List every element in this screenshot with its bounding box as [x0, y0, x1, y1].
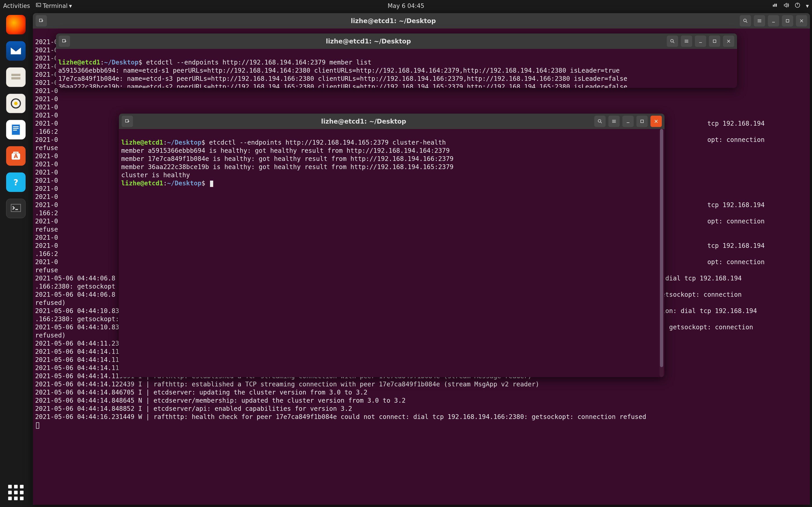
activities-button[interactable]: Activities [3, 2, 30, 9]
terminal-output[interactable]: lizhe@etcd1:~/Desktop$ etcdctl --endpoin… [119, 129, 664, 377]
log-line: 2021-05-06 04:44:16.231449 W | rafthttp:… [35, 413, 646, 420]
titlebar[interactable]: lizhe@etcd1: ~/Desktop [56, 34, 737, 49]
search-button[interactable] [594, 116, 606, 127]
svg-rect-23 [641, 120, 644, 123]
log-line: refuse [35, 226, 58, 233]
log-line: 2021-0 [35, 152, 58, 160]
maximize-button[interactable] [782, 15, 793, 26]
output-line: member 17e7ca849f1b084e is healthy: got … [121, 155, 454, 163]
output-line: 36aa222c38bce19b: name=etcd-s2 peerURLs=… [58, 83, 627, 88]
terminal-output[interactable]: lizhe@etcd1:~/Desktop$ etcdctl --endpoin… [56, 49, 737, 88]
svg-rect-21 [125, 119, 128, 122]
network-icon[interactable] [772, 2, 778, 9]
prompt-path: ~/Desktop [167, 179, 201, 187]
minimize-button[interactable] [768, 15, 779, 26]
log-line: .166:2 [35, 250, 58, 258]
close-button[interactable] [796, 15, 807, 26]
svg-rect-8 [13, 128, 19, 129]
firefox-launcher[interactable] [6, 15, 26, 35]
app-menu-label: Terminal [43, 2, 68, 9]
svg-point-22 [598, 119, 601, 122]
hamburger-menu[interactable] [608, 116, 620, 127]
log-line: 2021-0 [35, 193, 58, 201]
prompt-user: lizhe@etcd1 [121, 139, 163, 146]
log-line: refused) [35, 299, 66, 306]
log-line: 2021-0 [35, 79, 58, 87]
search-button[interactable] [740, 15, 751, 26]
terminal-window-cluster-health[interactable]: lizhe@etcd1: ~/Desktop lizhe@etcd1:~/Des… [119, 114, 664, 377]
scrollbar-thumb[interactable] [660, 129, 663, 367]
svg-rect-3 [11, 77, 20, 79]
prompt-path: ~/Desktop [104, 59, 139, 66]
prompt-user: lizhe@etcd1 [121, 179, 163, 187]
libreoffice-writer-launcher[interactable] [6, 120, 26, 139]
app-menu[interactable]: Terminal ▾ [36, 2, 72, 9]
new-tab-button[interactable] [122, 116, 133, 127]
svg-point-19 [671, 39, 673, 42]
close-button[interactable] [651, 116, 662, 127]
output-line: a5915366ebbb694: name=etcd-s1 peerURLs=h… [58, 67, 620, 74]
log-line: .166:2 [35, 209, 58, 217]
svg-rect-7 [13, 126, 19, 127]
minimize-button[interactable] [695, 36, 706, 47]
output-line: 17e7ca849f1b084e: name=etcd-s3 peerURLs=… [58, 75, 627, 82]
svg-rect-2 [11, 74, 20, 76]
output-line: cluster is healthy [121, 171, 190, 179]
log-line: refused) [35, 332, 66, 339]
cursor [36, 422, 39, 429]
terminal-launcher[interactable] [6, 199, 26, 218]
log-line: 2021-0 [35, 87, 58, 95]
log-line: 2021-0 [35, 46, 58, 54]
log-line: refuse [35, 266, 58, 274]
maximize-button[interactable] [709, 36, 720, 47]
volume-icon[interactable] [783, 2, 789, 9]
gnome-topbar: Activities Terminal ▾ May 6 04:45 ▾ [0, 0, 812, 12]
terminal-menu-icon [36, 2, 42, 9]
command-text: etcdctl --endpoints http://192.168.194.1… [209, 139, 446, 146]
log-line: 2021-05-06 04:44:14.846705 I | etcdserve… [35, 389, 367, 396]
titlebar[interactable]: lizhe@etcd1: ~/Desktop [119, 114, 664, 129]
prompt-path: ~/Desktop [167, 139, 201, 146]
show-applications[interactable] [8, 485, 23, 500]
svg-rect-9 [13, 130, 17, 130]
chevron-down-icon[interactable]: ▾ [806, 2, 809, 9]
svg-rect-15 [39, 19, 42, 22]
log-line: 2021-0 [35, 169, 58, 176]
files-launcher[interactable] [6, 67, 26, 87]
minimize-button[interactable] [622, 116, 634, 127]
svg-rect-17 [786, 19, 789, 22]
log-line: 2021-05-06 04:44:14.122439 I | rafthttp:… [35, 381, 539, 388]
thunderbird-launcher[interactable] [6, 41, 26, 61]
chevron-down-icon: ▾ [69, 2, 72, 9]
svg-text:?: ? [13, 177, 18, 187]
new-tab-button[interactable] [36, 15, 47, 26]
svg-rect-18 [62, 39, 65, 42]
clock[interactable]: May 6 04:45 [388, 2, 424, 9]
log-line: 2021-0 [35, 112, 58, 119]
output-line: member 36aa222c38bce19b is healthy: got … [121, 163, 454, 171]
log-line: 2021-0 [35, 185, 58, 192]
window-title: lizhe@etcd1: ~/Desktop [73, 38, 664, 45]
search-button[interactable] [667, 36, 678, 47]
maximize-button[interactable] [637, 116, 648, 127]
rhythmbox-launcher[interactable] [6, 94, 26, 113]
log-line: 2021-0 [35, 177, 58, 184]
window-title: lizhe@etcd1: ~/Desktop [50, 17, 737, 25]
power-icon[interactable] [795, 2, 801, 9]
ubuntu-software-launcher[interactable]: A [6, 146, 26, 166]
titlebar[interactable]: lizhe@etcd1: ~/Desktop [33, 13, 810, 29]
hamburger-menu[interactable] [681, 36, 692, 47]
svg-rect-20 [713, 40, 716, 43]
log-line: 2021-0 [35, 71, 58, 78]
terminal-window-member-list[interactable]: lizhe@etcd1: ~/Desktop lizhe@etcd1:~/Des… [56, 34, 737, 88]
log-line: refuse [35, 144, 58, 152]
hamburger-menu[interactable] [754, 15, 765, 26]
help-launcher[interactable]: ? [6, 172, 26, 192]
command-text: etcdctl --endpoints http://192.168.194.1… [146, 59, 371, 66]
new-tab-button[interactable] [59, 36, 70, 47]
close-button[interactable] [723, 36, 734, 47]
scrollbar[interactable] [660, 129, 664, 377]
log-line: 2021-0 [35, 234, 58, 241]
svg-point-16 [744, 19, 746, 22]
svg-rect-0 [36, 3, 41, 7]
